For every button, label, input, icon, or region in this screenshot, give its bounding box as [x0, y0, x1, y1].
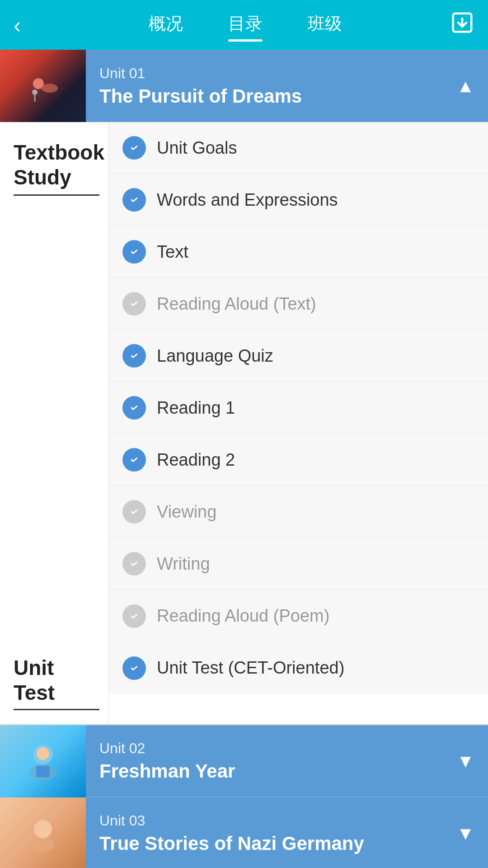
download-button[interactable] — [450, 10, 474, 39]
unit-test-label: Unit Test — [14, 656, 99, 710]
unit01-header-text: Unit 01 The Pursuit of Dreams — [86, 65, 456, 107]
list-item-text[interactable]: Text — [109, 226, 488, 278]
check-icon-text — [122, 240, 146, 264]
download-icon — [450, 10, 474, 35]
unit01-unit-test-section: Unit Test Unit Test (CET-Oriented) — [0, 642, 488, 725]
list-item-reading-aloud-text[interactable]: Reading Aloud (Text) — [109, 278, 488, 330]
list-item-reading1[interactable]: Reading 1 — [109, 382, 488, 434]
unit01-number: Unit 01 — [99, 65, 443, 82]
check-icon-reading1 — [122, 396, 146, 420]
check-icon-viewing — [122, 500, 146, 524]
unit-test-sidebar: Unit Test — [0, 642, 108, 724]
unit01-title: The Pursuit of Dreams — [99, 85, 443, 107]
list-item-unit-goals[interactable]: Unit Goals — [109, 122, 488, 174]
unit02-expand-button[interactable]: ▼ — [456, 751, 488, 771]
unit01-image — [0, 50, 86, 122]
svg-point-19 — [37, 747, 49, 760]
item-label-unit-test-cet: Unit Test (CET-Oriented) — [157, 658, 344, 678]
item-label-words-expressions: Words and Expressions — [157, 190, 338, 210]
item-label-reading2: Reading 2 — [157, 450, 235, 470]
svg-point-3 — [42, 84, 58, 93]
item-label-reading-aloud-poem: Reading Aloud (Poem) — [157, 606, 329, 626]
item-label-language-quiz: Language Quiz — [157, 346, 273, 366]
unit-test-items: Unit Test (CET-Oriented) — [108, 642, 488, 724]
tab-class[interactable]: 班级 — [308, 12, 342, 38]
item-label-text: Text — [157, 242, 188, 262]
unit02-img-icon — [23, 741, 63, 782]
unit01-header[interactable]: Unit 01 The Pursuit of Dreams ▲ — [0, 50, 488, 122]
item-label-viewing: Viewing — [157, 502, 216, 522]
list-item-writing[interactable]: Writing — [109, 538, 488, 590]
unit03-expand-button[interactable]: ▼ — [456, 823, 488, 844]
check-icon-unit-test-cet — [122, 656, 146, 680]
svg-rect-20 — [36, 766, 50, 777]
unit02-header[interactable]: Unit 02 Freshman Year ▼ — [0, 725, 488, 797]
svg-point-22 — [32, 838, 54, 852]
unit03-header-text: Unit 03 True Stories of Nazi Germany — [86, 812, 456, 854]
list-item-words-expressions[interactable]: Words and Expressions — [109, 174, 488, 226]
check-icon-reading-aloud-poem — [122, 604, 146, 628]
item-label-unit-goals: Unit Goals — [157, 138, 237, 158]
unit03-img-icon — [23, 813, 63, 854]
tab-overview[interactable]: 概况 — [149, 12, 183, 38]
unit02-image — [0, 725, 86, 797]
check-icon-writing — [122, 552, 146, 576]
list-item-language-quiz[interactable]: Language Quiz — [109, 330, 488, 382]
tab-contents[interactable]: 目录 — [228, 12, 263, 38]
check-icon-language-quiz — [122, 344, 146, 368]
check-icon-unit-goals — [122, 136, 146, 160]
textbook-study-items: Unit Goals Words and Expressions Text Re… — [108, 122, 488, 642]
unit01-content: Textbook Study Unit Goals Words and Expr… — [0, 122, 488, 642]
item-label-writing: Writing — [157, 554, 210, 574]
svg-point-5 — [32, 90, 38, 95]
unit03-title: True Stories of Nazi Germany — [99, 833, 443, 854]
item-label-reading-aloud-text: Reading Aloud (Text) — [157, 294, 316, 314]
textbook-study-sidebar: Textbook Study — [0, 122, 108, 642]
list-item-viewing[interactable]: Viewing — [109, 486, 488, 538]
back-button[interactable]: ‹ — [14, 13, 41, 38]
unit03-number: Unit 03 — [99, 812, 443, 829]
svg-point-21 — [34, 820, 52, 838]
check-icon-reading2 — [122, 448, 146, 472]
unit02-header-text: Unit 02 Freshman Year — [86, 740, 456, 782]
unit01-img-icon — [25, 68, 61, 104]
check-icon-words-expressions — [122, 188, 146, 212]
item-label-reading1: Reading 1 — [157, 398, 235, 418]
check-icon-reading-aloud-text — [122, 292, 146, 316]
textbook-study-label: Textbook Study — [14, 140, 99, 196]
unit03-image — [0, 797, 86, 868]
unit02-title: Freshman Year — [99, 760, 443, 782]
list-item-reading-aloud-poem[interactable]: Reading Aloud (Poem) — [109, 590, 488, 642]
nav-tabs: 概况 目录 班级 — [41, 12, 450, 38]
unit02-number: Unit 02 — [99, 740, 443, 757]
unit01-collapse-button[interactable]: ▲ — [456, 76, 488, 96]
unit03-header[interactable]: Unit 03 True Stories of Nazi Germany ▼ — [0, 797, 488, 868]
list-item-reading2[interactable]: Reading 2 — [109, 434, 488, 486]
top-navigation: ‹ 概况 目录 班级 — [0, 0, 488, 50]
list-item-unit-test-cet[interactable]: Unit Test (CET-Oriented) — [109, 642, 488, 694]
